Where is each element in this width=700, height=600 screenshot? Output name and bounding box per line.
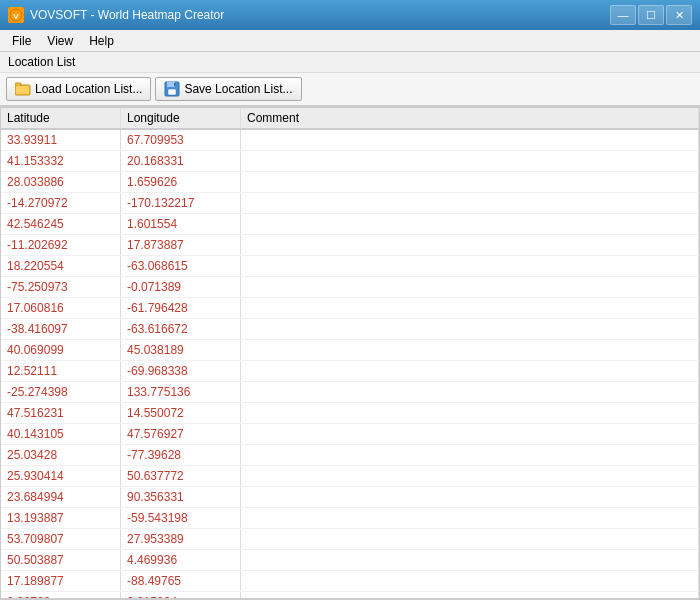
- cell-comment: [241, 319, 699, 339]
- table-row[interactable]: -75.250973-0.071389: [1, 277, 699, 298]
- cell-longitude: 4.469936: [121, 550, 241, 570]
- table-row[interactable]: 28.0338861.659626: [1, 172, 699, 193]
- cell-comment: [241, 361, 699, 381]
- cell-latitude: 18.220554: [1, 256, 121, 276]
- cell-comment: [241, 382, 699, 402]
- cell-longitude: 1.659626: [121, 172, 241, 192]
- save-location-list-button[interactable]: Save Location List...: [155, 77, 301, 101]
- cell-latitude: -11.202692: [1, 235, 121, 255]
- load-location-list-button[interactable]: Load Location List...: [6, 77, 151, 101]
- menu-file[interactable]: File: [4, 32, 39, 50]
- table-row[interactable]: 25.93041450.637772: [1, 466, 699, 487]
- cell-latitude: 33.93911: [1, 130, 121, 150]
- table-row[interactable]: 17.189877-88.49765: [1, 571, 699, 592]
- cell-longitude: -77.39628: [121, 445, 241, 465]
- table-row[interactable]: 23.68499490.356331: [1, 487, 699, 508]
- cell-latitude: 28.033886: [1, 172, 121, 192]
- cell-longitude: -61.796428: [121, 298, 241, 318]
- cell-latitude: 17.060816: [1, 298, 121, 318]
- cell-longitude: -63.068615: [121, 256, 241, 276]
- table-row[interactable]: 50.5038874.469936: [1, 550, 699, 571]
- cell-longitude: 20.168331: [121, 151, 241, 171]
- cell-comment: [241, 256, 699, 276]
- table-header: Latitude Longitude Comment: [1, 108, 699, 130]
- table-row[interactable]: 13.193887-59.543198: [1, 508, 699, 529]
- title-bar: V VOVSOFT - World Heatmap Creator — ☐ ✕: [0, 0, 700, 30]
- table-row[interactable]: -38.416097-63.616672: [1, 319, 699, 340]
- svg-rect-7: [168, 89, 176, 95]
- maximize-button[interactable]: ☐: [638, 5, 664, 25]
- cell-longitude: 47.576927: [121, 424, 241, 444]
- folder-icon: [15, 81, 31, 97]
- cell-longitude: -69.968338: [121, 361, 241, 381]
- cell-longitude: 45.038189: [121, 340, 241, 360]
- table-row[interactable]: 17.060816-61.796428: [1, 298, 699, 319]
- table-row[interactable]: 9.307692.315834: [1, 592, 699, 598]
- app-icon: V: [8, 7, 24, 23]
- cell-longitude: -59.543198: [121, 508, 241, 528]
- toolbar: Load Location List... Save Location List…: [0, 73, 700, 107]
- table-body[interactable]: 33.9391167.70995341.15333220.16833128.03…: [1, 130, 699, 598]
- minimize-button[interactable]: —: [610, 5, 636, 25]
- table-row[interactable]: 25.03428-77.39628: [1, 445, 699, 466]
- cell-comment: [241, 424, 699, 444]
- title-buttons: — ☐ ✕: [610, 5, 692, 25]
- table-row[interactable]: 40.06909945.038189: [1, 340, 699, 361]
- cell-longitude: 17.873887: [121, 235, 241, 255]
- cell-comment: [241, 466, 699, 486]
- cell-longitude: 14.550072: [121, 403, 241, 423]
- cell-comment: [241, 529, 699, 549]
- table-row[interactable]: -14.270972-170.132217: [1, 193, 699, 214]
- cell-comment: [241, 172, 699, 192]
- col-header-longitude: Longitude: [121, 108, 241, 129]
- cell-longitude: -0.071389: [121, 277, 241, 297]
- table-row[interactable]: 47.51623114.550072: [1, 403, 699, 424]
- cell-comment: [241, 298, 699, 318]
- cell-latitude: -75.250973: [1, 277, 121, 297]
- table-row[interactable]: 53.70980727.953389: [1, 529, 699, 550]
- col-header-latitude: Latitude: [1, 108, 121, 129]
- cell-longitude: -88.49765: [121, 571, 241, 591]
- cell-latitude: -38.416097: [1, 319, 121, 339]
- cell-comment: [241, 571, 699, 591]
- table-row[interactable]: 18.220554-63.068615: [1, 256, 699, 277]
- cell-comment: [241, 214, 699, 234]
- cell-comment: [241, 487, 699, 507]
- location-table: Latitude Longitude Comment 33.9391167.70…: [0, 107, 700, 599]
- svg-text:V: V: [13, 12, 19, 21]
- cell-comment: [241, 550, 699, 570]
- cell-latitude: 25.930414: [1, 466, 121, 486]
- table-row[interactable]: 33.9391167.709953: [1, 130, 699, 151]
- cell-longitude: -63.616672: [121, 319, 241, 339]
- cell-latitude: -14.270972: [1, 193, 121, 213]
- table-area: Latitude Longitude Comment 33.9391167.70…: [0, 107, 700, 599]
- close-button[interactable]: ✕: [666, 5, 692, 25]
- cell-longitude: 27.953389: [121, 529, 241, 549]
- cell-comment: [241, 592, 699, 598]
- col-header-comment: Comment: [241, 108, 699, 129]
- cell-latitude: 41.153332: [1, 151, 121, 171]
- app-title: VOVSOFT - World Heatmap Creator: [30, 8, 224, 22]
- cell-longitude: 1.601554: [121, 214, 241, 234]
- cell-longitude: 2.315834: [121, 592, 241, 598]
- cell-comment: [241, 403, 699, 423]
- table-row[interactable]: 40.14310547.576927: [1, 424, 699, 445]
- save-icon: [164, 81, 180, 97]
- save-button-label: Save Location List...: [184, 82, 292, 96]
- cell-comment: [241, 508, 699, 528]
- cell-latitude: 53.709807: [1, 529, 121, 549]
- menu-view[interactable]: View: [39, 32, 81, 50]
- cell-latitude: 25.03428: [1, 445, 121, 465]
- table-row[interactable]: 12.52111-69.968338: [1, 361, 699, 382]
- table-row[interactable]: -25.274398133.775136: [1, 382, 699, 403]
- table-row[interactable]: -11.20269217.873887: [1, 235, 699, 256]
- table-row[interactable]: 41.15333220.168331: [1, 151, 699, 172]
- menu-help[interactable]: Help: [81, 32, 122, 50]
- cell-longitude: 133.775136: [121, 382, 241, 402]
- svg-rect-4: [16, 86, 29, 94]
- cell-longitude: 90.356331: [121, 487, 241, 507]
- cell-latitude: 50.503887: [1, 550, 121, 570]
- cell-longitude: 50.637772: [121, 466, 241, 486]
- table-row[interactable]: 42.5462451.601554: [1, 214, 699, 235]
- cell-comment: [241, 130, 699, 150]
